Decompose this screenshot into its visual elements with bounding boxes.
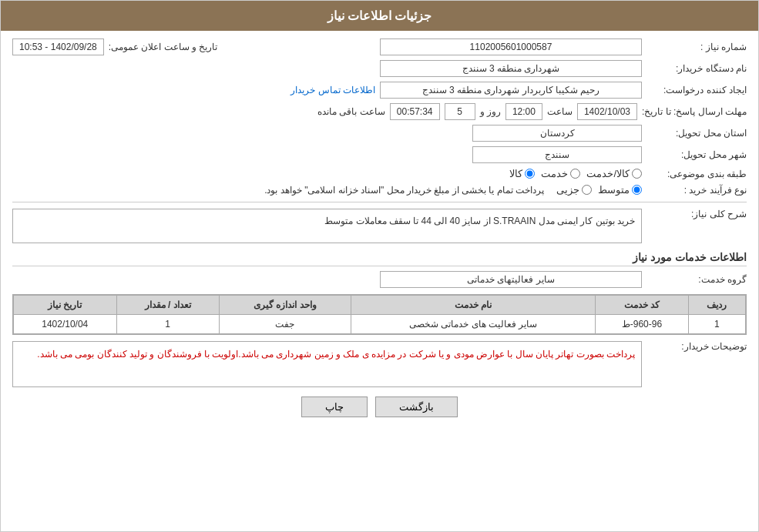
rooz-label: روز و	[480, 106, 501, 117]
cell-radif: 1	[688, 315, 745, 334]
ostan-value: کردستان	[472, 125, 642, 142]
button-row: بازگشت چاپ	[12, 396, 747, 417]
shahr-value: سنندج	[472, 146, 642, 163]
cell-tarikh: 1402/10/04	[14, 315, 117, 334]
page-title: جزئیات اطلاعات نیاز	[1, 1, 758, 31]
back-button[interactable]: بازگشت	[375, 396, 458, 417]
noefarayand-option-motavaset[interactable]: متوسط	[598, 184, 642, 196]
table-row: 1 960-96-ط سایر فعالیت های خدماتی شخصی ج…	[14, 315, 746, 334]
col-kodKhedmat: کد خدمت	[596, 296, 688, 315]
noefarayand-option-jozi[interactable]: جزیی	[556, 184, 592, 196]
print-button[interactable]: چاپ	[301, 396, 368, 417]
noefarayand-radio-group: متوسط جزیی	[556, 184, 642, 196]
tabaghe-radio-group: کالا/خدمت خدمت کالا	[509, 168, 642, 179]
namDastgah-value: شهرداری منطقه 3 سنندج	[380, 60, 642, 77]
noefarayand-note: پرداخت تمام یا بخشی از مبلغ خریدار محل "…	[264, 185, 544, 196]
tabaghe-option-kala[interactable]: کالا	[509, 168, 535, 179]
sharh-value: خرید بوتین کار ایمنی مدل S.TRAAIN از سای…	[12, 209, 642, 243]
grooh-label: گروه خدمت:	[646, 274, 747, 285]
ostan-label: استان محل تحویل:	[646, 128, 747, 139]
announce-label: تاریخ و ساعت اعلان عمومی:	[109, 42, 218, 52]
tosihKharidar-value: پرداخت بصورت تهاتر پایان سال با عوارض مو…	[12, 341, 642, 387]
grooh-value: سایر فعالیتهای خدماتی	[380, 271, 642, 288]
services-table: ردیف کد خدمت نام خدمت واحد اندازه گیری ت…	[12, 294, 747, 335]
namDastgah-label: نام دستگاه خریدار:	[646, 63, 747, 74]
cell-namKhedmat: سایر فعالیت های خدماتی شخصی	[351, 315, 596, 334]
mohlat-date: 1402/10/03	[577, 103, 637, 120]
cell-vahed: جفت	[219, 315, 351, 334]
tabaghe-option-khedmat[interactable]: خدمت	[541, 168, 580, 179]
mohlat-label: مهلت ارسال پاسخ: تا تاریخ:	[642, 106, 747, 117]
col-vahed: واحد اندازه گیری	[219, 296, 351, 315]
noefarayand-label: نوع فرآیند خرید :	[646, 185, 747, 196]
baghimande-label: ساعت باقی مانده	[317, 106, 385, 117]
cell-tedad: 1	[116, 315, 219, 334]
announce-value: 1402/09/28 - 10:53	[12, 38, 104, 55]
shomareNiaz-label: شماره نیاز :	[646, 42, 747, 52]
col-namKhedmat: نام خدمت	[351, 296, 596, 315]
tosihKharidar-label: توضیحات خریدار:	[646, 341, 747, 352]
tabaghe-label: طبقه بندی موضوعی:	[646, 169, 747, 179]
mohlat-rooz: 5	[445, 103, 475, 120]
shahr-label: شهر محل تحویل:	[646, 149, 747, 160]
saat-label: ساعت	[547, 106, 573, 117]
ijadKonande-label: ایجاد کننده درخواست:	[646, 85, 747, 95]
contact-info-link[interactable]: اطلاعات تماس خریدار	[291, 85, 375, 95]
mohlat-baghimande: 00:57:34	[390, 103, 440, 120]
mohlat-saat: 12:00	[505, 103, 542, 120]
col-tarikh: تاریخ نیاز	[14, 296, 117, 315]
col-radif: ردیف	[688, 296, 745, 315]
tabaghe-option-kala-khedmat[interactable]: کالا/خدمت	[586, 168, 642, 179]
cell-kodKhedmat: 960-96-ط	[596, 315, 688, 334]
ijadKonande-value: رحیم شکیبا کاربردار شهرداری منطقه 3 سنند…	[380, 82, 642, 99]
col-tedad: تعداد / مقدار	[116, 296, 219, 315]
shomareNiaz-value: 1102005601000587	[380, 38, 642, 55]
sharh-label: شرح کلی نیاز:	[646, 209, 747, 219]
section2-title: اطلاعات خدمات مورد نیاز	[12, 251, 747, 266]
